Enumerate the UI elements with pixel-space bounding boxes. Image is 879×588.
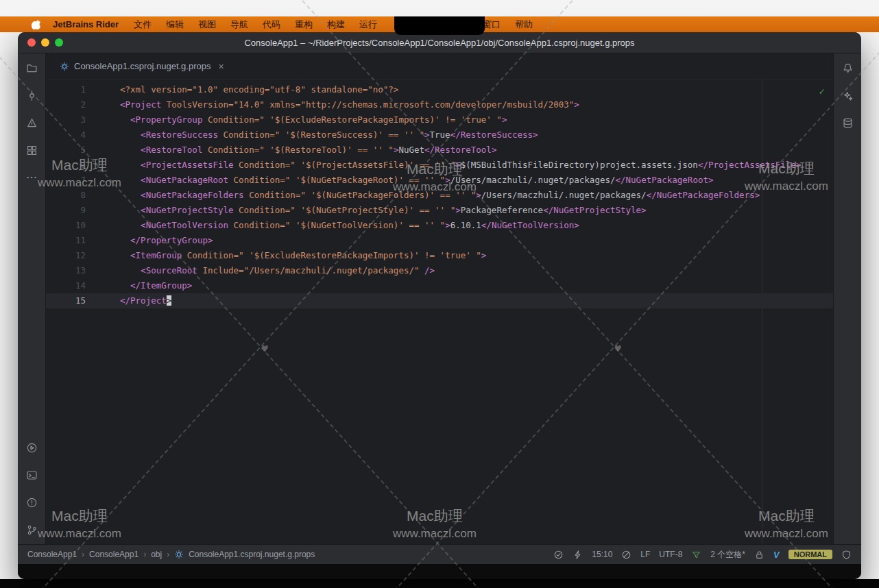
- code-line: 10 <NuGetToolVersion Condition=" '$(NuGe…: [46, 218, 833, 233]
- menu-item[interactable]: 编辑: [163, 19, 186, 31]
- code-line: 8 <NuGetPackageFolders Condition=" '$(Nu…: [46, 188, 833, 203]
- close-button[interactable]: [27, 38, 36, 47]
- code-text: <NuGetPackageFolders Condition=" '$(NuGe…: [94, 188, 760, 203]
- code-line: 9 <NuGetProjectStyle Condition=" '$(NuGe…: [46, 203, 833, 218]
- line-number: 9: [46, 203, 94, 218]
- code-line: 2<Project ToolsVersion="14.0" xmlns="htt…: [46, 97, 833, 112]
- vim-mode-badge[interactable]: NORMAL: [788, 550, 832, 559]
- editor-tab[interactable]: ConsoleApp1.csproj.nuget.g.props ×: [53, 53, 231, 79]
- run-icon[interactable]: [23, 441, 40, 454]
- vim-icon[interactable]: V: [773, 550, 780, 560]
- file-encoding[interactable]: UTF-8: [659, 550, 682, 559]
- line-number: 1: [46, 82, 94, 97]
- breadcrumb-item[interactable]: ConsoleApp1.csproj.nuget.g.props: [189, 550, 315, 559]
- version-control-icon[interactable]: [23, 524, 40, 536]
- props-file-icon: [174, 550, 184, 559]
- menu-item[interactable]: 代码: [260, 19, 283, 31]
- camera-notch: [394, 16, 485, 35]
- props-file-icon: [60, 62, 69, 71]
- menu-item[interactable]: 导航: [228, 19, 251, 31]
- code-line: 6 <ProjectAssetsFile Condition=" '$(Proj…: [46, 158, 833, 173]
- code-line: 15</Project>: [46, 293, 833, 308]
- right-toolbar: [833, 53, 861, 544]
- chevron-right-icon: ›: [167, 550, 169, 559]
- window-title-bar[interactable]: ConsoleApp1 – ~/RiderProjects/ConsoleApp…: [18, 32, 861, 53]
- menu-item[interactable]: 帮助: [512, 19, 535, 31]
- line-number: 10: [46, 218, 94, 233]
- menu-item[interactable]: 视图: [195, 19, 219, 31]
- status-widgets: 15:10LFUTF-82 个空格*VNORMAL: [553, 549, 852, 561]
- indent-style[interactable]: 2 个空格*: [710, 549, 745, 561]
- code-text: </Project>: [94, 293, 171, 308]
- line-separator[interactable]: LF: [640, 550, 650, 559]
- code-text: <NuGetProjectStyle Condition=" '$(NuGetP…: [94, 203, 647, 218]
- menu-item[interactable]: 重构: [292, 19, 315, 31]
- macos-menu-bar: JetBrains Rider 文件编辑视图导航代码重构构建运行 窗口帮助: [0, 16, 879, 32]
- zoom-button[interactable]: [55, 38, 63, 47]
- highlighting-icon[interactable]: [621, 550, 631, 560]
- line-number: 2: [46, 97, 94, 112]
- terminal-icon[interactable]: [23, 469, 40, 481]
- code-line: 12 <ItemGroup Condition=" '$(ExcludeRest…: [46, 248, 833, 263]
- line-number: 11: [46, 233, 94, 248]
- code-editor[interactable]: 1<?xml version="1.0" encoding="utf-8" st…: [46, 79, 833, 544]
- line-number: 3: [46, 112, 94, 127]
- left-toolbar: ⋯: [18, 53, 46, 544]
- shield-icon[interactable]: [841, 550, 852, 560]
- breadcrumb-item[interactable]: ConsoleApp1: [89, 550, 139, 559]
- power-save-icon[interactable]: [573, 550, 583, 560]
- code-line: 4 <RestoreSuccess Condition=" '$(Restore…: [46, 127, 833, 143]
- line-number: 6: [46, 158, 94, 173]
- code-text: <NuGetToolVersion Condition=" '$(NuGetTo…: [94, 218, 579, 233]
- problems-icon[interactable]: [23, 496, 40, 509]
- code-text: </PropertyGroup>: [94, 233, 213, 248]
- inspection-filter-icon[interactable]: [691, 550, 701, 560]
- services-icon[interactable]: [23, 144, 40, 156]
- more-icon[interactable]: ⋯: [23, 171, 40, 184]
- menu-item[interactable]: 运行: [357, 19, 380, 31]
- notifications-icon[interactable]: [839, 62, 856, 74]
- chevron-right-icon: ›: [82, 550, 84, 559]
- tab-label: ConsoleApp1.csproj.nuget.g.props: [74, 61, 210, 71]
- minimize-button[interactable]: [41, 38, 49, 47]
- breadcrumb-item[interactable]: ConsoleApp1: [27, 550, 77, 559]
- ai-assistant-icon[interactable]: [839, 89, 856, 101]
- menu-app-name[interactable]: JetBrains Rider: [53, 19, 119, 29]
- caret-position[interactable]: 15:10: [592, 550, 612, 559]
- apple-icon[interactable]: [32, 19, 42, 29]
- code-line: 5 <RestoreTool Condition=" '$(RestoreToo…: [46, 143, 833, 158]
- line-number: 14: [46, 278, 94, 293]
- tab-close-icon[interactable]: ×: [215, 61, 224, 72]
- code-line: 3 <PropertyGroup Condition=" '$(ExcludeR…: [46, 112, 833, 127]
- line-number: 13: [46, 263, 94, 278]
- line-number: 15: [46, 293, 94, 308]
- editor-pane: ConsoleApp1.csproj.nuget.g.props × 1<?xm…: [46, 53, 833, 544]
- code-text: <NuGetPackageRoot Condition=" '$(NuGetPa…: [94, 173, 714, 188]
- line-number: 8: [46, 188, 94, 203]
- commit-icon[interactable]: [23, 89, 40, 101]
- structure-icon[interactable]: [23, 117, 40, 129]
- editor-tab-bar: ConsoleApp1.csproj.nuget.g.props ×: [46, 53, 833, 79]
- database-icon[interactable]: [839, 117, 856, 129]
- code-line: 7 <NuGetPackageRoot Condition=" '$(NuGet…: [46, 173, 833, 188]
- line-number: 12: [46, 248, 94, 263]
- checks-ok-icon[interactable]: [553, 550, 564, 560]
- code-text: <Project ToolsVersion="14.0" xmlns="http…: [94, 97, 579, 112]
- workarea: ⋯ ConsoleApp1.csproj.nuget.g.props × 1<?…: [18, 53, 861, 544]
- line-number: 7: [46, 173, 94, 188]
- readonly-lock-icon[interactable]: [754, 550, 764, 560]
- menu-item[interactable]: 文件: [131, 19, 154, 31]
- window-title: ConsoleApp1 – ~/RiderProjects/ConsoleApp…: [244, 38, 634, 48]
- code-line: 11 </PropertyGroup>: [46, 233, 833, 248]
- code-text: <RestoreSuccess Condition=" '$(RestoreSu…: [94, 127, 538, 143]
- inspections-ok-icon[interactable]: ✓: [819, 84, 825, 99]
- code-text: <RestoreTool Condition=" '$(RestoreTool)…: [94, 143, 496, 158]
- code-text: <ProjectAssetsFile Condition=" '$(Projec…: [94, 158, 801, 173]
- menu-items-right: 窗口帮助: [480, 19, 535, 31]
- code-line: 1<?xml version="1.0" encoding="utf-8" st…: [46, 82, 833, 97]
- code-text: </ItemGroup>: [94, 278, 192, 293]
- project-icon[interactable]: [23, 62, 40, 74]
- code-text: <?xml version="1.0" encoding="utf-8" sta…: [94, 82, 398, 97]
- breadcrumb-item[interactable]: obj: [151, 550, 162, 559]
- menu-item[interactable]: 构建: [324, 19, 348, 31]
